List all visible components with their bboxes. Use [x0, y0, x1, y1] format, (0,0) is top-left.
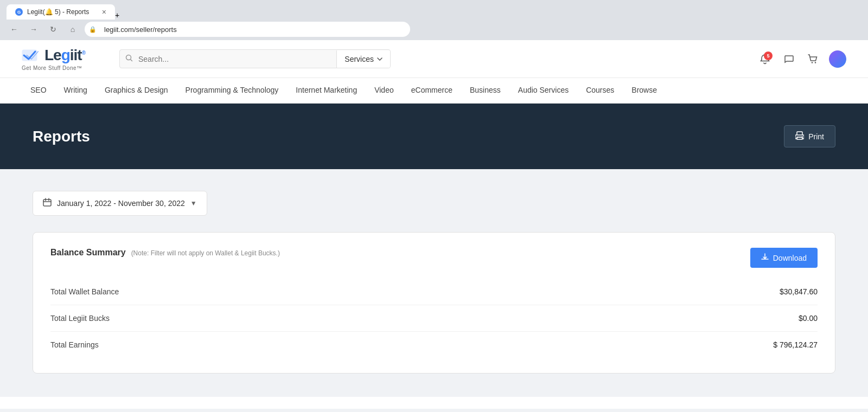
site-nav: SEO Writing Graphics & Design Programmin…: [0, 78, 868, 104]
forward-button[interactable]: →: [26, 22, 41, 37]
print-button[interactable]: Print: [784, 125, 835, 147]
logo-area: Legiit® Get More Stuff Done™: [22, 47, 108, 71]
svg-rect-7: [43, 199, 51, 206]
services-dropdown-button[interactable]: Services: [336, 50, 390, 68]
new-tab-button[interactable]: +: [115, 11, 119, 20]
avatar-image: [829, 50, 846, 68]
total-earnings-value: $ 796,124.27: [773, 340, 818, 349]
logo-icon: [22, 48, 41, 63]
card-title: Balance Summary: [50, 248, 126, 257]
balance-row-wallet: Total Wallet Balance $30,847.60: [50, 279, 818, 305]
site-header: Legiit® Get More Stuff Done™ Services 5: [0, 40, 868, 78]
legiit-bucks-label: Total Legiit Bucks: [50, 314, 110, 323]
svg-point-2: [812, 62, 813, 63]
calendar-icon: [43, 198, 52, 209]
legiit-bucks-value: $0.00: [799, 314, 818, 323]
balance-row-legiit-bucks: Total Legiit Bucks $0.00: [50, 305, 818, 332]
search-area: Services: [119, 49, 391, 68]
website: Legiit® Get More Stuff Done™ Services 5: [0, 40, 868, 409]
svg-point-6: [802, 136, 803, 137]
card-title-area: Balance Summary (Note: Filter will not a…: [50, 248, 280, 258]
chevron-down-icon: [377, 57, 382, 61]
search-wrapper: Services: [119, 49, 391, 68]
address-input[interactable]: 🔒 legiit.com/seller/reports: [85, 22, 410, 37]
date-filter[interactable]: January 1, 2022 - November 30, 2022 ▼: [33, 191, 207, 216]
services-label: Services: [344, 55, 374, 63]
card-note: (Note: Filter will not apply on Wallet &…: [131, 249, 280, 257]
nav-item-internet-marketing[interactable]: Internet Marketing: [287, 78, 366, 103]
balance-rows: Total Wallet Balance $30,847.60 Total Le…: [50, 279, 818, 358]
page-title: Reports: [33, 128, 90, 145]
back-button[interactable]: ←: [7, 22, 22, 37]
search-icon: [120, 50, 138, 68]
nav-item-courses[interactable]: Courses: [577, 78, 623, 103]
header-actions: 5: [757, 50, 846, 68]
home-button[interactable]: ⌂: [65, 22, 80, 37]
print-label: Print: [808, 132, 824, 141]
notification-icon[interactable]: 5: [757, 52, 773, 67]
address-lock-icon: 🔒: [89, 26, 97, 33]
total-earnings-label: Total Earnings: [50, 340, 99, 349]
browser-chrome: G Legiit(🔔 5) - Reports × +: [0, 0, 868, 20]
svg-rect-4: [797, 132, 802, 135]
active-tab[interactable]: G Legiit(🔔 5) - Reports ×: [7, 4, 115, 20]
download-label: Download: [773, 254, 807, 262]
logo-main: Legiit®: [22, 47, 85, 64]
address-url: legiit.com/seller/reports: [104, 25, 177, 34]
nav-item-audio-services[interactable]: Audio Services: [509, 78, 577, 103]
content-area: January 1, 2022 - November 30, 2022 ▼ Ba…: [0, 169, 868, 397]
balance-card: Balance Summary (Note: Filter will not a…: [33, 232, 835, 374]
search-input[interactable]: [138, 50, 336, 68]
wallet-balance-label: Total Wallet Balance: [50, 287, 119, 296]
tab-label: Legiit(🔔 5) - Reports: [27, 8, 89, 16]
nav-item-writing[interactable]: Writing: [55, 78, 96, 103]
chat-icon[interactable]: [781, 52, 796, 67]
chevron-down-icon: ▼: [190, 199, 197, 207]
nav-item-graphics-design[interactable]: Graphics & Design: [96, 78, 177, 103]
cart-icon[interactable]: [805, 52, 820, 67]
refresh-button[interactable]: ↻: [46, 22, 61, 37]
balance-row-earnings: Total Earnings $ 796,124.27: [50, 332, 818, 358]
svg-point-3: [815, 62, 816, 63]
svg-rect-5: [797, 137, 802, 139]
tab-favicon: G: [15, 8, 23, 16]
nav-item-seo[interactable]: SEO: [22, 78, 55, 103]
browser-tabs: G Legiit(🔔 5) - Reports × +: [7, 0, 119, 20]
tab-close-button[interactable]: ×: [102, 8, 106, 16]
date-filter-text: January 1, 2022 - November 30, 2022: [57, 199, 185, 208]
nav-item-ecommerce[interactable]: eCommerce: [403, 78, 461, 103]
address-bar: ← → ↻ ⌂ 🔒 legiit.com/seller/reports: [0, 20, 868, 40]
logo-text: Legiit®: [44, 47, 85, 64]
download-button[interactable]: Download: [750, 248, 818, 268]
wallet-balance-value: $30,847.60: [780, 287, 818, 296]
nav-item-video[interactable]: Video: [366, 78, 403, 103]
logo-tagline: Get More Stuff Done™: [22, 65, 82, 71]
print-icon: [795, 131, 804, 141]
avatar[interactable]: [829, 50, 846, 68]
nav-item-programming-technology[interactable]: Programming & Technology: [177, 78, 288, 103]
download-icon: [761, 253, 769, 262]
page-banner: Reports Print: [0, 104, 868, 169]
card-header: Balance Summary (Note: Filter will not a…: [50, 248, 818, 268]
notification-badge: 5: [764, 52, 773, 60]
nav-item-browse[interactable]: Browse: [623, 78, 666, 103]
nav-item-business[interactable]: Business: [461, 78, 509, 103]
